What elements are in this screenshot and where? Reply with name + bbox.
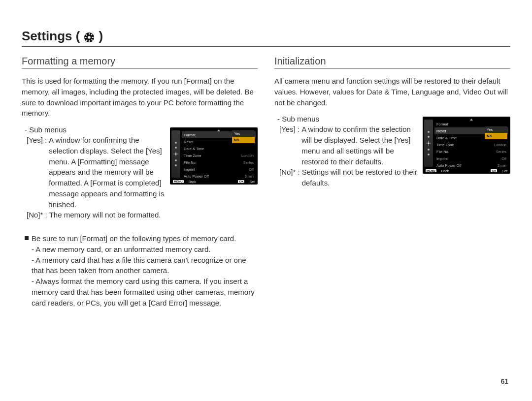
set-label: Set xyxy=(502,169,507,173)
no-desc: The memory will not be formatted. xyxy=(49,210,165,220)
side-dot-icon xyxy=(428,131,430,133)
side-dot-icon xyxy=(175,159,177,161)
chapter-title-close: ) xyxy=(99,29,103,44)
gear-icon xyxy=(173,152,178,156)
menu-button-icon: MENU xyxy=(173,180,184,183)
menu-button-icon: MENU xyxy=(426,169,436,172)
gear-icon xyxy=(426,141,431,146)
camera-sidebar xyxy=(171,130,180,178)
camera-screenshot-format: FormatResetDate & TimeTime ZoneLondonFil… xyxy=(170,127,258,185)
page-number: 61 xyxy=(500,377,508,385)
camera-footer: MENU Back OK Set xyxy=(423,168,510,174)
svg-rect-18 xyxy=(426,143,427,144)
svg-point-1 xyxy=(88,36,91,39)
side-dot-icon xyxy=(428,149,430,151)
back-label: Back xyxy=(441,169,449,173)
svg-rect-5 xyxy=(92,37,94,38)
svg-rect-2 xyxy=(89,32,90,34)
format-notes: Be sure to run [Format] on the following… xyxy=(25,233,258,308)
ok-button-icon: OK xyxy=(238,180,244,183)
note-lead-text: Be sure to run [Format] on the following… xyxy=(32,233,236,244)
popup-yes: Yes xyxy=(485,126,507,133)
camera-footer: MENU Back OK Set xyxy=(170,179,258,185)
camera-menu-item: ImprintOff xyxy=(434,155,508,162)
right-column: Initialization All camera menu and funct… xyxy=(274,56,510,308)
formatting-intro: This is used for formatting the memory. … xyxy=(22,76,258,119)
side-dot-icon xyxy=(175,164,177,166)
camera-menu-label: Auto Power Off xyxy=(184,174,209,179)
svg-rect-13 xyxy=(173,154,174,154)
confirm-popup: Yes No xyxy=(485,126,507,139)
camera-menu-label: Format xyxy=(436,122,448,126)
sub-menus-label: - Sub menus xyxy=(25,125,165,134)
yes-key: [Yes] : xyxy=(279,124,299,167)
popup-no: No xyxy=(232,137,255,143)
camera-menu-label: Reset xyxy=(184,140,194,144)
camera-menu-item: ImprintOff xyxy=(182,166,256,173)
camera-menu-label: Imprint xyxy=(184,167,195,172)
side-dot-icon xyxy=(428,136,430,138)
svg-rect-4 xyxy=(85,37,87,38)
camera-menu-item: File No.Series xyxy=(434,148,508,155)
camera-screenshot-reset: FormatResetDate & TimeTime ZoneLondonFil… xyxy=(423,117,510,174)
side-dot-icon xyxy=(428,154,430,155)
camera-menu-item: Date & Time xyxy=(182,145,256,152)
section-heading-formatting: Formatting a memory xyxy=(22,56,258,69)
yes-desc: A window to confirm the selection will b… xyxy=(301,124,418,167)
camera-menu-label: File No. xyxy=(436,150,449,154)
ok-button-icon: OK xyxy=(491,169,497,172)
back-label: Back xyxy=(189,180,197,184)
svg-rect-16 xyxy=(429,141,429,142)
camera-menu-item: Time ZoneLondon xyxy=(182,152,256,159)
camera-menu-value: Off xyxy=(249,167,254,172)
camera-menu-value: Series xyxy=(496,150,506,154)
set-label: Set xyxy=(249,180,255,184)
camera-menu-value: London xyxy=(241,154,254,158)
side-dot-icon xyxy=(175,142,177,144)
section-heading-initialization: Initialization xyxy=(274,56,510,69)
camera-sidebar xyxy=(424,120,433,167)
svg-point-10 xyxy=(175,153,176,154)
camera-menu-item: Time ZoneLondon xyxy=(434,141,508,148)
popup-no: No xyxy=(485,133,507,139)
no-desc: Settings will not be restored to their d… xyxy=(302,167,418,188)
svg-rect-14 xyxy=(177,154,178,154)
gear-icon xyxy=(84,32,95,43)
camera-menu-label: Time Zone xyxy=(436,143,454,147)
camera-menu-label: Time Zone xyxy=(184,154,201,158)
note-bullet-3: - Always format the memory card using th… xyxy=(32,276,258,308)
camera-menu-label: File No. xyxy=(184,160,197,165)
camera-menu-label: Date & Time xyxy=(436,136,457,140)
note-bullet-1: - A new memory card, or an unformatted m… xyxy=(32,244,258,255)
chapter-title: Settings ( ) xyxy=(22,29,510,47)
square-bullet-icon xyxy=(25,236,29,240)
note-bullet-2: - A memory card that has a file this cam… xyxy=(32,255,258,277)
camera-menu-value: 3 min xyxy=(245,174,254,179)
svg-rect-3 xyxy=(89,40,90,42)
no-key: [No]* : xyxy=(27,210,47,220)
camera-menu-value: London xyxy=(494,143,506,147)
no-key: [No]* : xyxy=(279,167,300,188)
svg-rect-17 xyxy=(429,145,429,146)
side-dot-icon xyxy=(175,147,177,149)
svg-rect-11 xyxy=(176,152,176,153)
left-column: Formatting a memory This is used for for… xyxy=(22,56,258,308)
chapter-title-text: Settings ( xyxy=(22,29,80,44)
popup-yes: Yes xyxy=(232,130,255,137)
camera-menu-value: Series xyxy=(243,160,254,165)
yes-desc: A window for confirming the selection di… xyxy=(49,135,165,210)
camera-menu-label: Imprint xyxy=(436,156,448,161)
yes-key: [Yes] : xyxy=(27,135,47,210)
camera-menu-label: Format xyxy=(184,133,196,137)
camera-menu-label: Date & Time xyxy=(184,147,204,151)
camera-menu-value: 3 min xyxy=(498,163,506,168)
camera-menu-item: File No.Series xyxy=(182,159,256,166)
camera-menu-value: Off xyxy=(501,156,506,161)
camera-menu-label: Reset xyxy=(436,129,446,133)
initialization-intro: All camera menu and function settings wi… xyxy=(274,76,510,108)
sub-menus-label: - Sub menus xyxy=(277,115,418,123)
svg-point-15 xyxy=(428,143,429,144)
svg-rect-19 xyxy=(430,143,431,144)
confirm-popup: Yes No xyxy=(232,130,255,143)
svg-rect-12 xyxy=(176,155,176,156)
